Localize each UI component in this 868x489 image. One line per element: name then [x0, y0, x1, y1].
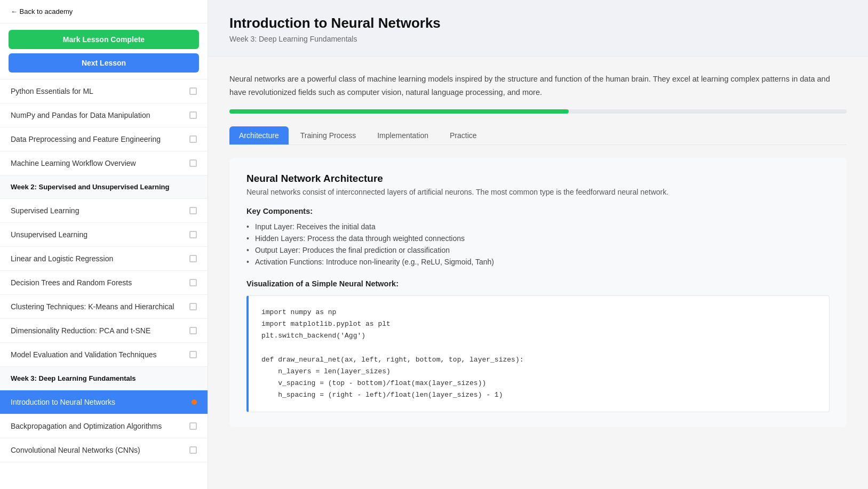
main-content: Introduction to Neural Networks Week 3: …	[208, 0, 868, 489]
lesson-status-icon	[189, 422, 197, 430]
lesson-status-icon	[189, 87, 197, 95]
lesson-status-icon	[189, 159, 197, 167]
sidebar-item-label-ml-workflow: Machine Learning Workflow Overview	[11, 159, 189, 167]
tab-implementation[interactable]: Implementation	[368, 126, 438, 145]
progress-bar-container	[229, 109, 847, 114]
content-card: Neural Network Architecture Neural netwo…	[229, 158, 847, 427]
sidebar-item-clustering[interactable]: Clustering Techniques: K-Means and Hiera…	[0, 295, 208, 319]
lesson-status-icon	[189, 303, 197, 310]
sidebar-item-data-preprocessing[interactable]: Data Preprocessing and Feature Engineeri…	[0, 127, 208, 151]
lesson-status-icon	[189, 446, 197, 454]
lesson-status-icon	[189, 279, 197, 286]
sidebar-items-list: Python Essentials for MLNumPy and Pandas…	[0, 79, 208, 462]
sidebar-item-label-intro-neural-networks: Introduction to Neural Networks	[11, 398, 192, 406]
mark-complete-button[interactable]: Mark Lesson Complete	[9, 30, 199, 49]
lesson-status-icon	[189, 351, 197, 358]
lesson-status-icon	[189, 135, 197, 143]
sidebar: ← Back to academy Mark Lesson Complete N…	[0, 0, 208, 489]
sidebar-item-label-decision-trees: Decision Trees and Random Forests	[11, 278, 189, 287]
list-item: Input Layer: Receives the initial data	[246, 221, 830, 233]
code-block: import numpy as np import matplotlib.pyp…	[246, 295, 830, 412]
tabs: ArchitectureTraining ProcessImplementati…	[229, 126, 847, 145]
sidebar-item-label-backprop: Backpropagation and Optimization Algorit…	[11, 422, 189, 430]
lesson-subtitle: Week 3: Deep Learning Fundamentals	[229, 35, 847, 43]
sidebar-item-linear-logistic[interactable]: Linear and Logistic Regression	[0, 247, 208, 271]
lesson-status-icon	[189, 207, 197, 214]
key-components-label: Key Components:	[246, 207, 830, 215]
sidebar-item-ml-workflow[interactable]: Machine Learning Workflow Overview	[0, 151, 208, 175]
sidebar-item-label-python-essentials: Python Essentials for ML	[11, 87, 189, 95]
lesson-status-icon	[189, 111, 197, 119]
progress-bar-fill	[229, 109, 569, 114]
tab-practice[interactable]: Practice	[440, 126, 487, 145]
tab-training-process[interactable]: Training Process	[291, 126, 366, 145]
sidebar-item-label-supervised-learning: Supervised Learning	[11, 206, 189, 215]
architecture-subtitle: Neural networks consist of interconnecte…	[246, 188, 830, 196]
sidebar-item-label-clustering: Clustering Techniques: K-Means and Hiera…	[11, 302, 189, 311]
sidebar-item-decision-trees[interactable]: Decision Trees and Random Forests	[0, 271, 208, 295]
sidebar-buttons: Mark Lesson Complete Next Lesson	[0, 23, 208, 79]
sidebar-item-label-model-evaluation: Model Evaluation and Validation Techniqu…	[11, 350, 189, 359]
sidebar-item-label-numpy-pandas: NumPy and Pandas for Data Manipulation	[11, 111, 189, 119]
list-item: Hidden Layers: Process the data through …	[246, 233, 830, 244]
sidebar-item-model-evaluation[interactable]: Model Evaluation and Validation Techniqu…	[0, 343, 208, 367]
sidebar-item-label-cnns: Convolutional Neural Networks (CNNs)	[11, 446, 189, 454]
tab-architecture[interactable]: Architecture	[229, 126, 289, 145]
sidebar-item-backprop[interactable]: Backpropagation and Optimization Algorit…	[0, 414, 208, 438]
list-item: Output Layer: Produces the final predict…	[246, 244, 830, 256]
sidebar-item-supervised-learning[interactable]: Supervised Learning	[0, 199, 208, 223]
sidebar-item-unsupervised-learning[interactable]: Unsupervised Learning	[0, 223, 208, 247]
lesson-intro: Neural networks are a powerful class of …	[229, 73, 847, 99]
sidebar-item-numpy-pandas[interactable]: NumPy and Pandas for Data Manipulation	[0, 103, 208, 127]
sidebar-item-intro-neural-networks[interactable]: Introduction to Neural Networks	[0, 390, 208, 414]
active-indicator-icon	[192, 399, 197, 405]
lesson-status-icon	[189, 231, 197, 238]
sidebar-item-cnns[interactable]: Convolutional Neural Networks (CNNs)	[0, 438, 208, 462]
back-to-academy-link[interactable]: ← Back to academy	[0, 0, 208, 23]
sidebar-item-label-linear-logistic: Linear and Logistic Regression	[11, 254, 189, 263]
sidebar-item-week2-header[interactable]: Week 2: Supervised and Unsupervised Lear…	[0, 175, 208, 199]
component-list: Input Layer: Receives the initial dataHi…	[246, 221, 830, 268]
sidebar-item-label-data-preprocessing: Data Preprocessing and Feature Engineeri…	[11, 135, 189, 143]
sidebar-item-python-essentials[interactable]: Python Essentials for ML	[0, 79, 208, 103]
architecture-title: Neural Network Architecture	[246, 173, 830, 185]
next-lesson-button[interactable]: Next Lesson	[9, 53, 199, 73]
sidebar-item-dimensionality[interactable]: Dimensionality Reduction: PCA and t-SNE	[0, 319, 208, 343]
visualization-title: Visualization of a Simple Neural Network…	[246, 279, 830, 288]
sidebar-item-label-dimensionality: Dimensionality Reduction: PCA and t-SNE	[11, 326, 189, 335]
lesson-header: Introduction to Neural Networks Week 3: …	[208, 0, 868, 57]
lesson-status-icon	[189, 327, 197, 334]
lesson-title: Introduction to Neural Networks	[229, 15, 847, 31]
sidebar-item-week3-header[interactable]: Week 3: Deep Learning Fundamentals	[0, 367, 208, 390]
list-item: Activation Functions: Introduce non-line…	[246, 256, 830, 268]
lesson-body: Neural networks are a powerful class of …	[208, 57, 868, 443]
lesson-status-icon	[189, 255, 197, 262]
sidebar-item-label-unsupervised-learning: Unsupervised Learning	[11, 230, 189, 239]
